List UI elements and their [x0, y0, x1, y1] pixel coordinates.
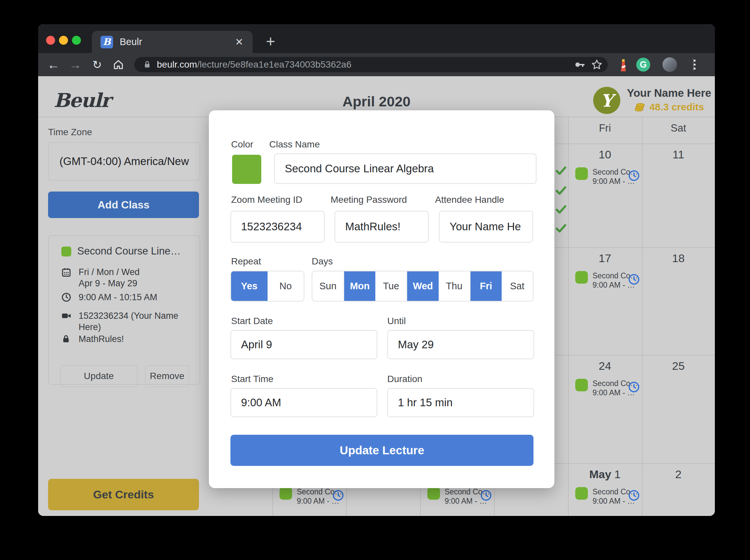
- calendar-date[interactable]: 2: [642, 468, 715, 481]
- event-clock-icon[interactable]: [628, 169, 640, 183]
- class-name-input[interactable]: Second Course Linear Algebra: [274, 153, 536, 184]
- event-clock-icon[interactable]: [332, 489, 344, 503]
- url-text: beulr.com/lecture/5e8fea1e1ea734003b5362…: [157, 59, 352, 70]
- browser-toolbar: ← → ↻ beulr.com/lecture/5e8fea1e1ea73400…: [38, 53, 715, 76]
- day-sat-button[interactable]: Sat: [502, 271, 533, 301]
- minimize-window-button[interactable]: [59, 36, 68, 45]
- color-label: Color: [231, 139, 253, 150]
- attendee-handle-input[interactable]: Your Name He: [439, 211, 533, 243]
- day-wed-button[interactable]: Wed: [407, 271, 438, 301]
- browser-tab[interactable]: B Beulr ✕: [92, 31, 253, 53]
- clock-icon: [61, 292, 73, 304]
- url-bar[interactable]: beulr.com/lecture/5e8fea1e1ea734003b5362…: [134, 57, 608, 72]
- event-text: Second Co…9:00 AM - …: [592, 487, 627, 506]
- calendar-event[interactable]: Second Co…9:00 AM - …: [575, 271, 640, 290]
- calendar-event[interactable]: Second Co…9:00 AM - …: [575, 487, 640, 506]
- until-label: Until: [387, 316, 406, 326]
- https-lock-icon[interactable]: [143, 60, 152, 69]
- calendar-date[interactable]: 25: [642, 359, 715, 372]
- attended-check-icon: [555, 166, 567, 177]
- start-date-input[interactable]: April 9: [231, 330, 377, 359]
- days-label: Days: [312, 256, 333, 267]
- calendar-event[interactable]: Second Co…9:00 AM - …: [428, 487, 492, 506]
- calendar-gridline: [568, 117, 569, 516]
- update-class-button[interactable]: Update: [60, 365, 138, 387]
- event-text: Second Co…9:00 AM - …: [445, 487, 479, 506]
- meeting-password-label: Meeting Password: [331, 194, 407, 205]
- class-card-title: Second Course Line…: [77, 245, 181, 257]
- back-icon[interactable]: ←: [44, 53, 63, 76]
- zoom-id-input[interactable]: 1523236234: [231, 211, 324, 243]
- coins-icon: [634, 102, 646, 112]
- add-class-button[interactable]: Add Class: [48, 191, 199, 218]
- duration-input[interactable]: 1 hr 15 min: [387, 388, 534, 417]
- repeat-yes-button[interactable]: Yes: [231, 271, 268, 301]
- class-card-schedule-row: Fri / Mon / WedApr 9 - May 29: [61, 266, 140, 289]
- day-sun-button[interactable]: Sun: [312, 271, 344, 301]
- forward-icon[interactable]: →: [66, 53, 84, 76]
- calendar-event[interactable]: Second Co…9:00 AM - …: [575, 167, 640, 186]
- event-color-swatch: [428, 487, 440, 500]
- new-tab-button[interactable]: +: [262, 33, 278, 50]
- until-input[interactable]: May 29: [387, 330, 534, 359]
- class-card: Second Course Line… Fri / Mon / WedApr 9…: [48, 235, 200, 385]
- credits-row: 48.3 credits: [634, 101, 704, 113]
- day-thu-button[interactable]: Thu: [439, 271, 471, 301]
- key-icon[interactable]: [571, 53, 588, 76]
- event-clock-icon[interactable]: [628, 489, 640, 503]
- repeat-toggle: Yes No: [231, 271, 304, 302]
- calendar-date[interactable]: 24: [568, 359, 642, 372]
- calendar-date[interactable]: 17: [568, 252, 642, 265]
- calendar-event[interactable]: Second Co…9:00 AM - …: [279, 487, 344, 506]
- class-card-password-row: MathRules!: [61, 333, 124, 345]
- calendar-icon: [61, 267, 73, 278]
- close-tab-icon[interactable]: ✕: [235, 36, 243, 48]
- calendar-gridline: [642, 117, 643, 516]
- calendar-date[interactable]: 18: [642, 252, 715, 265]
- day-fri-button[interactable]: Fri: [471, 271, 502, 301]
- class-name-label: Class Name: [269, 139, 320, 150]
- event-text: Second Co…9:00 AM - …: [592, 167, 627, 186]
- calendar-date[interactable]: May 1: [568, 468, 642, 481]
- day-tue-button[interactable]: Tue: [375, 271, 407, 301]
- event-clock-icon[interactable]: [628, 381, 640, 395]
- repeat-no-button[interactable]: No: [268, 271, 304, 301]
- calendar-date[interactable]: 10: [568, 148, 642, 161]
- grammarly-extension-icon[interactable]: G: [634, 53, 652, 76]
- remove-class-button[interactable]: Remove: [145, 365, 189, 387]
- zoom-window-button[interactable]: [72, 36, 81, 45]
- home-icon[interactable]: [109, 53, 127, 76]
- color-swatch-picker[interactable]: [232, 155, 261, 184]
- class-card-title-row: Second Course Line…: [61, 245, 181, 257]
- repeat-label: Repeat: [231, 256, 261, 267]
- event-text: Second Co…9:00 AM - …: [297, 487, 331, 506]
- bookmark-star-icon[interactable]: [589, 53, 605, 76]
- class-color-swatch: [61, 247, 71, 256]
- timezone-select[interactable]: (GMT-04:00) America/New: [48, 142, 200, 181]
- event-color-swatch: [575, 487, 588, 500]
- start-time-input[interactable]: 9:00 AM: [231, 388, 377, 417]
- event-clock-icon[interactable]: [480, 489, 492, 503]
- event-clock-icon[interactable]: [628, 273, 640, 287]
- day-mon-button[interactable]: Mon: [344, 271, 375, 301]
- calendar-date[interactable]: 11: [642, 148, 715, 161]
- user-avatar[interactable]: Y: [593, 87, 620, 114]
- start-time-label: Start Time: [231, 374, 274, 385]
- days-toggle: Sun Mon Tue Wed Thu Fri Sat: [312, 271, 533, 302]
- zoom-id-label: Zoom Meeting ID: [231, 194, 302, 205]
- attended-check-icon: [555, 186, 567, 197]
- update-lecture-button[interactable]: Update Lecture: [231, 435, 533, 466]
- get-credits-button[interactable]: Get Credits: [48, 479, 199, 510]
- profile-avatar[interactable]: [663, 57, 677, 72]
- kebab-menu-icon[interactable]: [687, 58, 702, 71]
- class-card-meeting-row: 1523236234 (Your NameHere): [61, 310, 178, 333]
- close-window-button[interactable]: [46, 36, 55, 45]
- calendar-event[interactable]: Second Co…9:00 AM - …: [575, 379, 640, 397]
- event-color-swatch: [279, 487, 292, 500]
- reload-icon[interactable]: ↻: [88, 53, 106, 76]
- credits-text: 48.3 credits: [649, 101, 704, 113]
- meeting-password-input[interactable]: MathRules!: [335, 211, 429, 243]
- attendee-handle-label: Attendee Handle: [435, 194, 504, 205]
- tab-strip: B Beulr ✕ +: [38, 24, 715, 53]
- lighthouse-extension-icon[interactable]: [614, 53, 632, 76]
